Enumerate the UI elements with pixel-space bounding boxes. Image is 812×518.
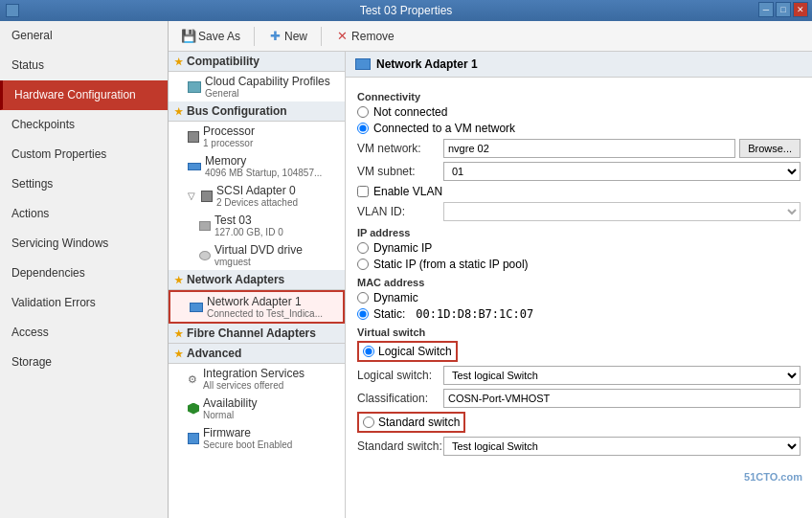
- toolbar: 💾 Save As ✚ New ✕ Remove: [169, 21, 812, 52]
- vm-network-row: VM network: Browse...: [357, 139, 801, 158]
- browse-button[interactable]: Browse...: [739, 139, 801, 158]
- sidebar: General Status Hardware Configuration Ch…: [0, 21, 169, 518]
- new-button[interactable]: ✚ New: [262, 28, 313, 45]
- cloud-icon: [188, 81, 201, 93]
- nic-icon: [190, 303, 203, 312]
- close-button[interactable]: ✕: [793, 2, 808, 17]
- logical-switch-label2: Logical switch:: [357, 369, 443, 382]
- expand-icon-bus: ★: [174, 106, 183, 117]
- vlan-id-select[interactable]: [443, 202, 801, 221]
- watermark-text: 51CTO.com: [346, 471, 812, 483]
- standard-switch-outlined: Standard switch: [357, 412, 465, 433]
- tree-item-test03[interactable]: Test 03 127.00 GB, ID 0: [169, 211, 345, 240]
- sidebar-item-settings[interactable]: Settings: [0, 169, 168, 199]
- content-area: ★ Compatibility Cloud Capability Profile…: [169, 52, 812, 518]
- radio-connected-vm-network[interactable]: Connected to a VM network: [357, 122, 801, 135]
- expand-icon-adv: ★: [174, 349, 183, 359]
- sidebar-item-checkpoints[interactable]: Checkpoints: [0, 110, 168, 140]
- radio-logical-switch[interactable]: [363, 346, 374, 357]
- tree-item-memory[interactable]: Memory 4096 MB Startup, 104857...: [169, 151, 345, 181]
- detail-body: Connectivity Not connected Connected to …: [346, 78, 812, 467]
- sidebar-item-storage[interactable]: Storage: [0, 348, 168, 377]
- standard-switch-option[interactable]: Standard switch: [357, 412, 801, 433]
- scsi-icon: [201, 191, 213, 202]
- radio-static-mac[interactable]: Static: 00:1D:D8:B7:1C:07: [357, 307, 801, 321]
- radio-standard-switch[interactable]: [363, 417, 374, 428]
- shield-icon: [188, 403, 199, 415]
- tree-section-compatibility[interactable]: ★ Compatibility: [169, 52, 345, 72]
- vm-subnet-select[interactable]: 01: [443, 162, 801, 181]
- mac-address-label: MAC address: [357, 277, 801, 288]
- vm-subnet-row: VM subnet: 01: [357, 162, 801, 181]
- processor-icon: [188, 131, 199, 143]
- standard-switch-row: Standard switch: Test logical Switch: [357, 437, 801, 456]
- sidebar-item-validation-errors[interactable]: Validation Errors: [0, 288, 168, 318]
- tree-section-advanced[interactable]: ★ Advanced: [169, 344, 345, 364]
- save-as-button[interactable]: 💾 Save As: [176, 28, 246, 45]
- tree-section-network-adapters[interactable]: ★ Network Adapters: [169, 270, 345, 290]
- enable-vlan-row[interactable]: Enable VLAN: [357, 185, 801, 198]
- radio-dynamic-mac[interactable]: Dynamic: [357, 291, 801, 304]
- radio-static-mac-input[interactable]: [357, 308, 369, 320]
- detail-panel: Network Adapter 1 Connectivity Not conne…: [346, 52, 812, 518]
- logical-switch-outlined: Logical Switch: [357, 341, 458, 362]
- radio-dynamic-mac-input[interactable]: [357, 292, 369, 304]
- sidebar-item-hardware-configuration[interactable]: Hardware Configuration: [0, 80, 168, 110]
- tree-item-integration-services[interactable]: ⚙ Integration Services All services offe…: [169, 364, 345, 394]
- connectivity-label: Connectivity: [357, 91, 801, 102]
- vm-network-input[interactable]: [443, 139, 735, 158]
- classification-label: Classification:: [357, 392, 443, 405]
- standard-switch-select[interactable]: Test logical Switch: [443, 437, 801, 456]
- mac-address-value: 00:1D:D8:B7:1C:07: [416, 307, 533, 321]
- tree-section-fibre-channel[interactable]: ★ Fibre Channel Adapters: [169, 324, 345, 344]
- expand-icon-fc: ★: [174, 328, 183, 339]
- logical-switch-row: Logical switch: Test logical Switch: [357, 366, 801, 385]
- tree-item-availability[interactable]: Availability Normal: [169, 394, 345, 423]
- tree-item-cloud-capability-profiles[interactable]: Cloud Capability Profiles General: [169, 72, 345, 101]
- tree-section-bus-configuration[interactable]: ★ Bus Configuration: [169, 101, 345, 122]
- sidebar-item-actions[interactable]: Actions: [0, 199, 168, 229]
- expand-arrow-scsi: ▽: [188, 191, 195, 201]
- title-bar: Test 03 Properties ─ □ ✕: [0, 0, 812, 21]
- radio-not-connected[interactable]: Not connected: [357, 105, 801, 119]
- radio-connected-vm-network-input[interactable]: [357, 123, 369, 134]
- standard-switch-label2: Standard switch:: [357, 439, 443, 453]
- logical-switch-select[interactable]: Test logical Switch: [443, 366, 801, 385]
- sidebar-item-dependencies[interactable]: Dependencies: [0, 259, 168, 288]
- firmware-icon: [188, 433, 199, 444]
- detail-nic-icon: [355, 58, 371, 70]
- classification-row: Classification:: [357, 389, 801, 408]
- classification-input[interactable]: [443, 389, 801, 408]
- minimize-button[interactable]: ─: [758, 2, 774, 17]
- sidebar-item-general[interactable]: General: [0, 21, 168, 51]
- sidebar-item-servicing-windows[interactable]: Servicing Windows: [0, 229, 168, 259]
- radio-static-ip-input[interactable]: [357, 259, 369, 270]
- remove-button[interactable]: ✕ Remove: [329, 28, 400, 45]
- vm-subnet-label: VM subnet:: [357, 165, 443, 178]
- tree-item-network-adapter-1[interactable]: Network Adapter 1 Connected to Test_Indi…: [169, 290, 345, 324]
- ip-address-label: IP address: [357, 227, 801, 238]
- radio-dynamic-ip-input[interactable]: [357, 242, 369, 254]
- new-icon: ✚: [268, 30, 282, 43]
- remove-icon: ✕: [335, 30, 349, 43]
- gear-icon: ⚙: [188, 373, 199, 385]
- vm-network-label: VM network:: [357, 142, 443, 155]
- radio-static-ip[interactable]: Static IP (from a static IP pool): [357, 258, 801, 271]
- enable-vlan-checkbox[interactable]: [357, 186, 369, 197]
- radio-dynamic-ip[interactable]: Dynamic IP: [357, 241, 801, 255]
- tree-item-processor[interactable]: Processor 1 processor: [169, 122, 345, 151]
- logical-switch-option[interactable]: Logical Switch: [357, 341, 801, 362]
- radio-not-connected-input[interactable]: [357, 106, 369, 118]
- title-bar-text: Test 03 Properties: [360, 4, 453, 17]
- tree-item-firmware[interactable]: Firmware Secure boot Enabled: [169, 423, 345, 453]
- sidebar-item-custom-properties[interactable]: Custom Properties: [0, 140, 168, 169]
- title-bar-controls: ─ □ ✕: [758, 2, 808, 17]
- dvd-icon: [199, 251, 211, 260]
- sidebar-item-access[interactable]: Access: [0, 318, 168, 348]
- maximize-button[interactable]: □: [776, 2, 791, 17]
- tree-item-scsi-adapter[interactable]: ▽ SCSI Adapter 0 2 Devices attached: [169, 181, 345, 211]
- detail-header: Network Adapter 1: [346, 52, 812, 78]
- sidebar-item-status[interactable]: Status: [0, 51, 168, 80]
- tree-item-dvd-drive[interactable]: Virtual DVD drive vmguest: [169, 240, 345, 270]
- hdd-icon: [199, 221, 211, 231]
